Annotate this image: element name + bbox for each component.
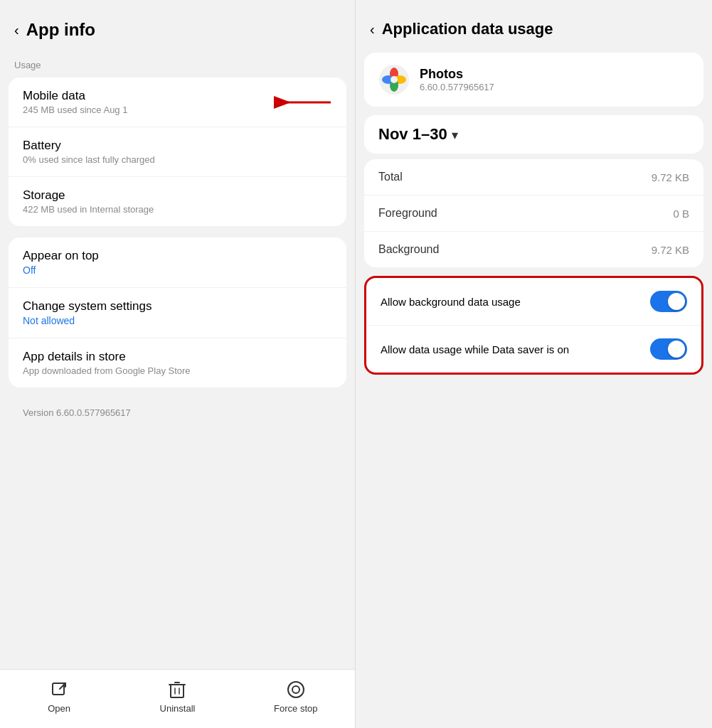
usage-card-group: Mobile data 245 MB used since Aug 1 Batt…	[9, 77, 346, 226]
version-text: Version 6.60.0.577965617	[9, 396, 346, 429]
toggle-section: Allow background data usage Allow data u…	[364, 276, 703, 375]
left-title: App info	[26, 20, 95, 40]
mobile-data-sub: 245 MB used since Aug 1	[23, 105, 127, 115]
total-label: Total	[378, 171, 403, 183]
open-button[interactable]: Open	[0, 680, 118, 714]
right-header: ‹ Application data usage	[356, 0, 712, 50]
background-row: Background 9.72 KB	[364, 232, 703, 267]
battery-title: Battery	[23, 139, 332, 153]
date-range-dropdown[interactable]: Nov 1–30 ▾	[364, 115, 703, 154]
appear-on-top-item[interactable]: Appear on top Off	[9, 237, 346, 288]
app-info-card: Photos 6.60.0.577965617	[364, 53, 703, 107]
right-back-button[interactable]: ‹	[370, 21, 375, 38]
storage-item[interactable]: Storage 422 MB used in Internal storage	[9, 177, 346, 226]
app-details-item[interactable]: App details in store App downloaded from…	[9, 338, 346, 387]
settings-card-group: Appear on top Off Change system settings…	[9, 237, 346, 387]
battery-sub: 0% used since last fully charged	[23, 154, 332, 165]
change-system-settings-item[interactable]: Change system settings Not allowed	[9, 288, 346, 338]
bottom-bar: Open Uninstall Force stop	[0, 669, 355, 728]
total-row: Total 9.72 KB	[364, 159, 703, 196]
app-details-title: App details in store	[23, 350, 332, 364]
red-arrow-icon	[268, 92, 332, 113]
uninstall-icon	[167, 680, 187, 700]
battery-item[interactable]: Battery 0% used since last fully charged	[9, 127, 346, 177]
change-system-value: Not allowed	[23, 315, 332, 326]
total-value: 9.72 KB	[652, 171, 689, 183]
allow-background-label: Allow background data usage	[381, 294, 650, 309]
app-version: 6.60.0.577965617	[420, 82, 494, 92]
storage-title: Storage	[23, 188, 332, 203]
force-stop-button[interactable]: Force stop	[237, 680, 355, 714]
foreground-row: Foreground 0 B	[364, 196, 703, 232]
allow-data-saver-label: Allow data usage while Data saver is on	[381, 342, 650, 357]
left-header: ‹ App info	[0, 0, 355, 51]
appear-on-top-title: Appear on top	[23, 249, 332, 263]
force-stop-icon	[286, 680, 306, 700]
allow-background-toggle[interactable]	[650, 291, 687, 312]
stats-card: Total 9.72 KB Foreground 0 B Background …	[364, 159, 703, 267]
background-value: 9.72 KB	[652, 244, 689, 256]
background-label: Background	[378, 243, 439, 256]
foreground-label: Foreground	[378, 207, 437, 220]
allow-data-saver-toggle[interactable]	[650, 338, 687, 360]
allow-background-row[interactable]: Allow background data usage	[366, 278, 701, 326]
svg-point-9	[288, 682, 304, 697]
force-stop-label: Force stop	[274, 703, 317, 714]
open-label: Open	[48, 703, 70, 714]
uninstall-button[interactable]: Uninstall	[118, 680, 236, 714]
storage-sub: 422 MB used in Internal storage	[23, 204, 332, 215]
left-back-button[interactable]: ‹	[14, 22, 19, 38]
right-panel: ‹ Application data usage Photos 6.60.0.5…	[356, 0, 712, 728]
svg-point-10	[292, 686, 299, 693]
change-system-title: Change system settings	[23, 299, 332, 314]
mobile-data-item[interactable]: Mobile data 245 MB used since Aug 1	[9, 77, 346, 127]
app-name: Photos	[420, 67, 494, 82]
svg-point-16	[390, 76, 398, 83]
svg-rect-2	[53, 683, 64, 695]
appear-on-top-value: Off	[23, 264, 332, 276]
uninstall-label: Uninstall	[160, 703, 196, 714]
allow-data-saver-row[interactable]: Allow data usage while Data saver is on	[366, 326, 701, 373]
open-icon	[49, 680, 69, 700]
left-panel: ‹ App info Usage Mobile data 245 MB used…	[0, 0, 356, 728]
right-title: Application data usage	[382, 20, 553, 38]
usage-section-label: Usage	[0, 51, 355, 75]
chevron-down-icon: ▾	[452, 127, 458, 143]
app-details-sub: App downloaded from Google Play Store	[23, 365, 332, 376]
date-range-text: Nov 1–30	[378, 125, 447, 144]
svg-rect-4	[171, 685, 184, 697]
foreground-value: 0 B	[673, 208, 689, 220]
mobile-data-title: Mobile data	[23, 89, 127, 103]
photos-app-icon	[378, 64, 410, 95]
